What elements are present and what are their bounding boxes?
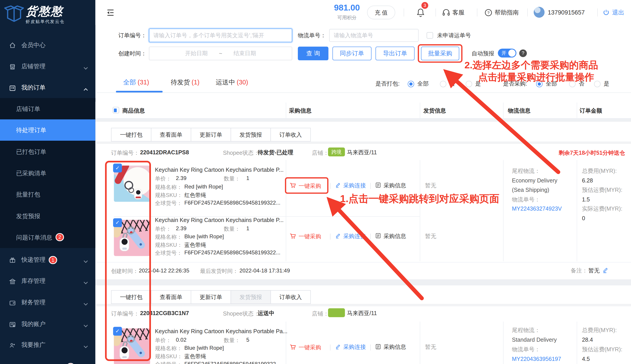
pack-no-label[interactable]: 否 xyxy=(450,80,455,88)
sync-orders-button[interactable]: 同步订单 xyxy=(332,47,372,60)
order1-toolbar: 一键打包 查看面单 更新订单 发货预报 订单收入 xyxy=(111,128,311,141)
purchase-info-button[interactable]: 采购信息 xyxy=(375,182,406,189)
product-select-checkbox[interactable]: ✓ xyxy=(113,218,122,227)
tab-pending-ship[interactable]: 待发货(1) xyxy=(171,78,199,87)
total-fee-value: 28.4 xyxy=(582,336,593,343)
tracking-no-link[interactable]: MY224363274923V xyxy=(512,206,562,212)
headset-icon[interactable] xyxy=(442,8,450,18)
date-range-picker[interactable]: 开始日期 ~ 结束日期 xyxy=(149,47,292,60)
ship-forecast-button[interactable]: 发货预报 xyxy=(231,128,271,141)
product-select-checkbox[interactable]: ✓ xyxy=(113,164,122,172)
purchase-link-button[interactable]: 采购连接 xyxy=(335,233,366,240)
sidebar-item-label: 批量打包 xyxy=(16,191,40,198)
question-circle-icon[interactable]: ? xyxy=(484,8,493,18)
tabs-divider xyxy=(95,92,631,93)
order-no-label: 订单编号： xyxy=(111,310,139,318)
sidebar-item-label: 财务管理 xyxy=(21,298,45,306)
sidebar-item-shop-management[interactable]: 店铺管理 xyxy=(0,56,95,77)
purchase-info-button[interactable]: 采购信息 xyxy=(375,233,406,240)
order-no-input[interactable] xyxy=(149,28,292,42)
tracking-no-link[interactable]: MY2204363956197 xyxy=(512,356,561,362)
select-all-checkbox[interactable] xyxy=(113,107,119,114)
sidebar-item-purchased-list[interactable]: 已采购清单 xyxy=(0,162,95,184)
purchase-link-button[interactable]: 采购连接 xyxy=(335,344,366,351)
order-income-button[interactable]: 订单收入 xyxy=(271,128,311,141)
cross-border-badge xyxy=(328,308,345,317)
sidebar-item-my-account[interactable]: 我的账户 xyxy=(0,314,95,335)
col-header-ship: 发货信息 xyxy=(424,108,446,114)
purchase-yes-radio[interactable] xyxy=(594,81,601,87)
help-guide-link[interactable]: 帮助指南 xyxy=(495,9,519,16)
one-click-purchase-button[interactable]: 一键采购 xyxy=(289,233,321,241)
forecast-help-icon[interactable]: ? xyxy=(519,49,527,57)
pack-all-label[interactable]: 全部 xyxy=(417,80,429,88)
sidebar-item-express-management[interactable]: 快递管理1 xyxy=(0,249,95,270)
product-title: Keychain Key Ring Cartoon Keychains Port… xyxy=(155,166,284,173)
tab-all[interactable]: 全部(31) xyxy=(123,78,149,87)
sidebar-item-my-orders[interactable]: 我的订单 xyxy=(0,77,95,98)
sku-value: 蓝色带绳 xyxy=(184,242,206,249)
purchase-link-button[interactable]: 采购连接 xyxy=(335,182,366,189)
brand-logo-icon xyxy=(4,4,24,23)
sidebar-item-partial[interactable] xyxy=(0,356,95,364)
auto-forecast-toggle[interactable]: 开 xyxy=(498,49,517,58)
tab-in-transit[interactable]: 运送中(30) xyxy=(216,78,248,87)
view-waybill-button[interactable]: 查看面单 xyxy=(151,290,191,304)
edit-note-icon[interactable] xyxy=(602,267,609,274)
created-value: 2022-04-12 22:26:35 xyxy=(139,268,189,274)
update-order-button[interactable]: 更新订单 xyxy=(191,290,231,304)
sidebar-item-member-center[interactable]: 会员中心 xyxy=(0,34,95,56)
order-income-button[interactable]: 订单收入 xyxy=(271,290,311,304)
recharge-button[interactable]: 充 值 xyxy=(367,6,395,19)
update-order-button[interactable]: 更新订单 xyxy=(191,128,231,141)
est-freight-value: 4.5 xyxy=(582,356,590,362)
pack-yes-radio[interactable] xyxy=(466,81,472,87)
order-list-icon xyxy=(9,84,16,91)
sidebar-item-finance-management[interactable]: 财务管理 xyxy=(0,292,95,313)
product-select-checkbox[interactable]: ✓ xyxy=(113,327,122,336)
purchase-info-button[interactable]: 采购信息 xyxy=(375,344,406,351)
no-waybill-label[interactable]: 未申请运单号 xyxy=(437,32,471,39)
last-mile-value-2: (Sea Shipping) xyxy=(512,186,549,193)
sidebar-item-shop-orders[interactable]: 店铺订单 xyxy=(0,98,95,119)
export-orders-button[interactable]: 导出订单 xyxy=(375,47,414,60)
bell-icon[interactable] xyxy=(416,8,425,19)
sidebar-item-pending-orders[interactable]: 待处理订单 xyxy=(0,120,95,141)
pack-all-radio[interactable] xyxy=(408,81,414,87)
tab-label: 运送中 xyxy=(216,79,235,86)
col-divider xyxy=(420,160,420,261)
qty-label: 数量： xyxy=(224,337,240,344)
batch-purchase-button[interactable]: 批量采购 xyxy=(421,47,459,60)
sidebar-collapse-icon[interactable] xyxy=(106,9,115,18)
search-button[interactable]: 查 询 xyxy=(298,47,328,60)
divider xyxy=(370,234,371,240)
est-freight-value: 1.5 xyxy=(582,196,590,202)
tracking-no-input[interactable] xyxy=(329,29,418,42)
logout-link[interactable]: 退出 xyxy=(612,9,624,16)
sidebar-item-promote[interactable]: 我要推广 xyxy=(0,334,95,356)
purchase-yes-label[interactable]: 是 xyxy=(604,80,609,88)
col-divider xyxy=(503,322,504,364)
one-click-purchase-button[interactable]: 一键采购 xyxy=(289,182,321,190)
pencil-icon xyxy=(335,344,341,351)
sidebar-item-packed-orders[interactable]: 已打包订单 xyxy=(0,141,95,162)
no-waybill-checkbox[interactable] xyxy=(427,32,433,39)
logout-icon[interactable] xyxy=(603,9,610,18)
sidebar-item-label: 库存管理 xyxy=(21,277,45,285)
sku-label: 规格SKU： xyxy=(155,242,182,249)
price-value: 0.02 xyxy=(176,337,186,343)
one-click-pack-button[interactable]: 一键打包 xyxy=(111,128,151,141)
order-no-value: 220412CGB3C1N7 xyxy=(140,310,189,316)
customer-service-link[interactable]: 客服 xyxy=(452,9,464,16)
sidebar-item-inventory-management[interactable]: 库存管理 xyxy=(0,270,95,292)
divider xyxy=(330,344,330,350)
pack-no-radio[interactable] xyxy=(440,81,446,87)
one-click-pack-button[interactable]: 一键打包 xyxy=(111,290,151,304)
document-icon xyxy=(375,344,381,351)
one-click-purchase-button[interactable]: 一键采购 xyxy=(289,344,321,352)
view-waybill-button[interactable]: 查看面单 xyxy=(151,128,191,141)
sidebar-item-problem-order-messages[interactable]: 问题订单消息2 xyxy=(0,227,95,248)
action-label: 一键采购 xyxy=(299,233,321,240)
sidebar-item-batch-pack[interactable]: 批量打包 xyxy=(0,184,95,205)
sidebar-item-shipping-forecast[interactable]: 发货预报 xyxy=(0,206,95,227)
